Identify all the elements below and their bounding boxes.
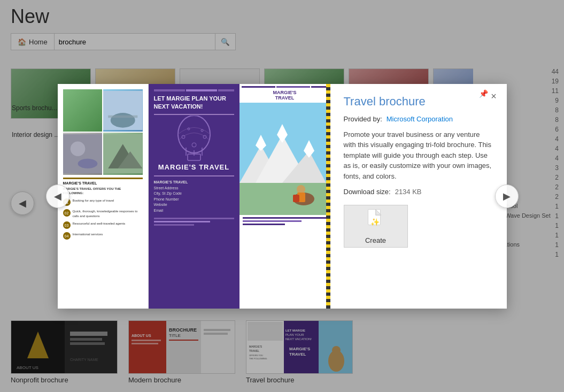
purple-divider — [154, 114, 234, 115]
provider-label: Provided by: — [344, 115, 382, 123]
brochure-item-1: 01 Booking for any type of travel — [63, 198, 143, 206]
stripe-2 — [186, 89, 217, 91]
brochure-right-panel: MARGIE'STRAVEL — [239, 84, 330, 309]
contact-info: MARGIE'S TRAVEL Street Address City, St … — [154, 180, 234, 213]
brochure-item-3: 03 Resourceful and well-traveled agents — [63, 221, 143, 229]
contact-email: Email — [154, 208, 234, 214]
right-company-name: MARGIE'STRAVEL — [239, 88, 330, 103]
modal-close-button[interactable]: × — [486, 89, 501, 104]
right-top-stripes — [239, 84, 330, 88]
svg-text:✨: ✨ — [370, 218, 380, 227]
balloon-area — [154, 118, 234, 161]
provider-link[interactable]: Microsoft Corporation — [387, 115, 453, 123]
item-text-3: Resourceful and well-traveled agents — [73, 221, 126, 226]
num-circle-2: 02 — [63, 209, 71, 217]
brochure-preview: MARGIE'S TRAVEL MARGIE'S TRAVEL OFFERS Y… — [58, 84, 330, 309]
stripe-3 — [218, 89, 234, 91]
photo-grid — [63, 89, 143, 175]
svg-point-62 — [297, 185, 305, 194]
b-stripe-2 — [154, 221, 210, 222]
num-circle-3: 03 — [63, 221, 71, 229]
svg-point-38 — [70, 141, 85, 156]
create-document-icon: ✨ — [366, 209, 385, 234]
svg-point-52 — [201, 129, 203, 132]
svg-point-39 — [78, 158, 97, 168]
modal-download-info: Download size: 2134 KB — [344, 188, 493, 196]
item-text-1: Booking for any type of travel — [73, 198, 114, 203]
b-stripe-1 — [154, 218, 234, 219]
let-margie-text: LET MARGIE PLAN YOUR NEXT VACATION! — [154, 95, 234, 111]
modal-info-panel: Travel brochure Provided by: Microsoft C… — [330, 84, 507, 309]
num-circle-4: 04 — [63, 232, 71, 240]
photo-cell-4 — [103, 133, 143, 175]
company-title-area: MARGIE'S TRAVEL — [154, 163, 234, 171]
contact-website: Website — [154, 202, 234, 208]
rb-stripe-2 — [243, 220, 302, 222]
page-background: New 🏠 Home 🔍 Sports brochu... Interior d… — [0, 0, 564, 392]
svg-point-35 — [111, 113, 135, 128]
contact-city: City, St Zip Code — [154, 191, 234, 197]
left-company-name: MARGIE'S TRAVEL — [63, 181, 143, 185]
company-name-middle: MARGIE'S TRAVEL — [154, 163, 234, 171]
stripe-1 — [154, 89, 185, 91]
item-text-2: Quick, thorough, knowledgeable responses… — [73, 209, 143, 218]
purple-divider-2 — [154, 175, 234, 176]
item-text-4: International services — [73, 232, 103, 236]
brochure-left-panel: MARGIE'S TRAVEL MARGIE'S TRAVEL OFFERS Y… — [58, 84, 149, 309]
rb-stripe-1 — [243, 217, 327, 219]
contact-address: Street Address — [154, 186, 234, 191]
modal-title: Travel brochure — [344, 95, 493, 109]
right-bottom-stripes — [239, 215, 330, 227]
contact-phone: Phone Number — [154, 197, 234, 203]
svg-rect-64 — [293, 195, 299, 202]
modal-left-arrow[interactable]: ◀ — [46, 185, 69, 208]
modal-dialog: × 📌 — [58, 84, 507, 309]
top-stripes — [154, 89, 234, 91]
photo-cell-3 — [63, 133, 103, 175]
download-label: Download size: — [344, 188, 391, 196]
travel-photo — [239, 103, 330, 215]
modal-right-arrow[interactable]: ▶ — [495, 185, 519, 208]
modal-overlay: × 📌 — [0, 0, 564, 392]
svg-point-49 — [192, 143, 196, 147]
download-size: 2134 KB — [395, 188, 422, 196]
brochure-item-4: 04 International services — [63, 232, 143, 240]
create-button[interactable]: ✨ Create — [344, 205, 408, 248]
contact-company: MARGIE'S TRAVEL — [154, 180, 234, 186]
bottom-stripes-middle — [154, 218, 234, 226]
b-stripe-3 — [154, 224, 194, 226]
left-stripe-1 — [63, 178, 143, 179]
r-stripe-2 — [276, 86, 310, 88]
rb-stripe-3 — [243, 224, 285, 225]
create-label: Create — [365, 236, 386, 244]
modal-preview-area: MARGIE'S TRAVEL MARGIE'S TRAVEL OFFERS Y… — [58, 84, 330, 309]
svg-rect-36 — [108, 115, 137, 118]
photo-cell-1 — [63, 89, 103, 132]
modal-provider: Provided by: Microsoft Corporation — [344, 115, 493, 123]
photo-cell-2 — [103, 89, 143, 132]
left-offers-title: MARGIE'S TRAVEL OFFERS YOU THE FOLLOWING… — [63, 187, 143, 196]
brochure-middle-panel: LET MARGIE PLAN YOUR NEXT VACATION! — [149, 84, 239, 309]
edge-stripe-decoration — [326, 84, 330, 309]
r-stripe-1 — [242, 86, 275, 88]
modal-description: Promote your travel business or any vent… — [344, 129, 493, 182]
brochure-item-2: 02 Quick, thorough, knowledgeable respon… — [63, 209, 143, 218]
